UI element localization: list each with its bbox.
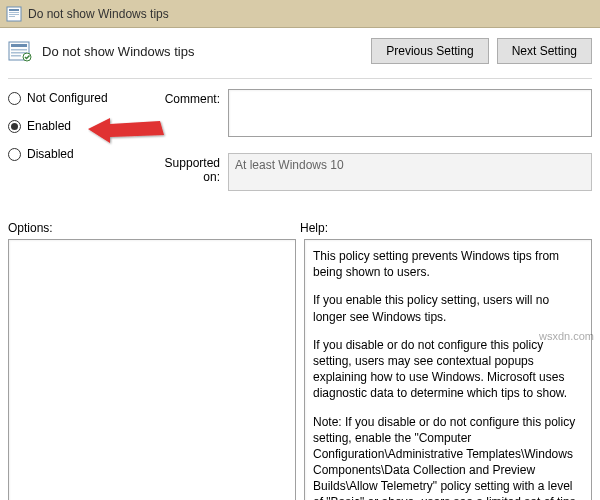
fields: Comment: Supported on: At least Windows … bbox=[148, 89, 592, 207]
policy-window-icon bbox=[6, 6, 22, 22]
help-label: Help: bbox=[300, 221, 328, 235]
svg-rect-4 bbox=[9, 16, 15, 17]
radio-group: Not Configured Enabled Disabled bbox=[8, 89, 148, 207]
config-area: Not Configured Enabled Disabled Comment:… bbox=[0, 79, 600, 207]
options-label: Options: bbox=[8, 221, 300, 235]
svg-rect-3 bbox=[9, 14, 19, 15]
help-paragraph: If you enable this policy setting, users… bbox=[313, 292, 583, 324]
supported-label: Supported on: bbox=[148, 153, 228, 184]
radio-label: Not Configured bbox=[27, 91, 108, 105]
nav-buttons: Previous Setting Next Setting bbox=[371, 38, 592, 64]
svg-rect-1 bbox=[9, 9, 19, 11]
help-paragraph: This policy setting prevents Windows tip… bbox=[313, 248, 583, 280]
options-panel bbox=[8, 239, 296, 500]
radio-disabled[interactable]: Disabled bbox=[8, 147, 148, 161]
radio-not-configured[interactable]: Not Configured bbox=[8, 91, 148, 105]
radio-icon bbox=[8, 120, 21, 133]
supported-value: At least Windows 10 bbox=[228, 153, 592, 191]
comment-row: Comment: bbox=[148, 89, 592, 137]
radio-icon bbox=[8, 92, 21, 105]
titlebar: Do not show Windows tips bbox=[0, 0, 600, 28]
radio-label: Disabled bbox=[27, 147, 74, 161]
help-paragraph: Note: If you disable or do not configure… bbox=[313, 414, 583, 501]
header: Do not show Windows tips Previous Settin… bbox=[0, 28, 600, 78]
svg-rect-2 bbox=[9, 12, 19, 13]
svg-rect-6 bbox=[11, 44, 27, 47]
help-panel: This policy setting prevents Windows tip… bbox=[304, 239, 592, 500]
svg-rect-9 bbox=[11, 55, 21, 57]
panels: This policy setting prevents Windows tip… bbox=[0, 239, 600, 500]
policy-name: Do not show Windows tips bbox=[42, 44, 361, 59]
radio-label: Enabled bbox=[27, 119, 71, 133]
radio-enabled[interactable]: Enabled bbox=[8, 119, 148, 133]
supported-row: Supported on: At least Windows 10 bbox=[148, 153, 592, 191]
lower-labels: Options: Help: bbox=[0, 207, 600, 239]
policy-icon bbox=[8, 39, 32, 63]
window-title: Do not show Windows tips bbox=[28, 7, 169, 21]
help-paragraph: If you disable or do not configure this … bbox=[313, 337, 583, 402]
comment-label: Comment: bbox=[148, 89, 228, 106]
comment-input[interactable] bbox=[228, 89, 592, 137]
svg-rect-7 bbox=[11, 49, 27, 51]
next-setting-button[interactable]: Next Setting bbox=[497, 38, 592, 64]
radio-icon bbox=[8, 148, 21, 161]
previous-setting-button[interactable]: Previous Setting bbox=[371, 38, 488, 64]
